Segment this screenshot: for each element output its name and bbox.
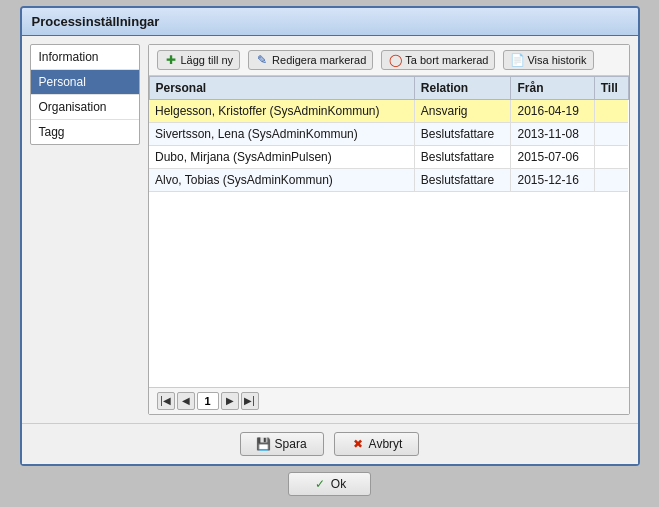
- data-table: Personal Relation Från Till Helgesson, K…: [149, 76, 629, 192]
- dialog-title: Processinställningar: [22, 8, 638, 36]
- history-icon: 📄: [510, 53, 524, 67]
- add-icon: ✚: [164, 53, 178, 67]
- next-page-button[interactable]: ▶: [221, 392, 239, 410]
- main-content-area: ✚ Lägg till ny ✎ Redigera markerad ◯ Ta …: [148, 44, 630, 415]
- table-row[interactable]: Dubo, Mirjana (SysAdminPulsen)Beslutsfat…: [149, 145, 628, 168]
- col-relation: Relation: [414, 76, 511, 99]
- col-personal: Personal: [149, 76, 414, 99]
- table-container: Personal Relation Från Till Helgesson, K…: [149, 76, 629, 387]
- sidebar-item-information[interactable]: Information: [31, 45, 139, 70]
- cancel-button[interactable]: ✖ Avbryt: [334, 432, 420, 456]
- sidebar-item-personal[interactable]: Personal: [31, 70, 139, 95]
- ok-button[interactable]: ✓ Ok: [288, 472, 371, 496]
- save-button[interactable]: 💾 Spara: [240, 432, 324, 456]
- sidebar-item-organisation[interactable]: Organisation: [31, 95, 139, 120]
- col-till: Till: [594, 76, 628, 99]
- first-page-button[interactable]: |◀: [157, 392, 175, 410]
- table-row[interactable]: Sivertsson, Lena (SysAdminKommun)Besluts…: [149, 122, 628, 145]
- sidebar: Information Personal Organisation Tagg: [30, 44, 140, 145]
- dialog-footer: 💾 Spara ✖ Avbryt: [22, 423, 638, 464]
- pagination: |◀ ◀ 1 ▶ ▶|: [149, 387, 629, 414]
- save-icon: 💾: [257, 437, 271, 451]
- add-button[interactable]: ✚ Lägg till ny: [157, 50, 241, 70]
- prev-page-button[interactable]: ◀: [177, 392, 195, 410]
- ok-bar: ✓ Ok: [20, 466, 640, 502]
- current-page: 1: [197, 392, 219, 410]
- delete-button[interactable]: ◯ Ta bort markerad: [381, 50, 495, 70]
- toolbar: ✚ Lägg till ny ✎ Redigera markerad ◯ Ta …: [149, 45, 629, 76]
- col-fran: Från: [511, 76, 594, 99]
- ok-check-icon: ✓: [313, 477, 327, 491]
- edit-icon: ✎: [255, 53, 269, 67]
- last-page-button[interactable]: ▶|: [241, 392, 259, 410]
- table-row[interactable]: Helgesson, Kristoffer (SysAdminKommun)An…: [149, 99, 628, 122]
- cancel-icon: ✖: [351, 437, 365, 451]
- table-row[interactable]: Alvo, Tobias (SysAdminKommun)Beslutsfatt…: [149, 168, 628, 191]
- edit-button[interactable]: ✎ Redigera markerad: [248, 50, 373, 70]
- sidebar-item-tagg[interactable]: Tagg: [31, 120, 139, 144]
- delete-icon: ◯: [388, 53, 402, 67]
- history-button[interactable]: 📄 Visa historik: [503, 50, 593, 70]
